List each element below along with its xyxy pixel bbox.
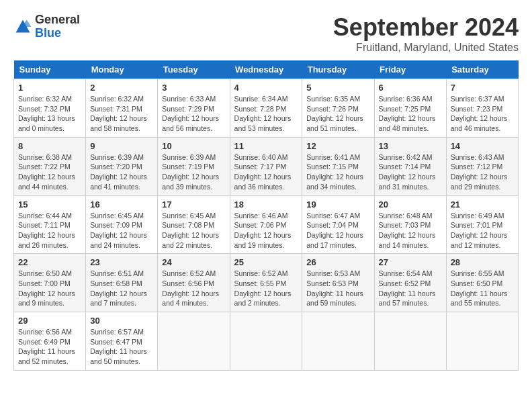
day-number: 6 bbox=[379, 83, 442, 93]
calendar-header-saturday: Saturday bbox=[446, 60, 518, 79]
day-number: 30 bbox=[90, 316, 153, 326]
day-number: 22 bbox=[18, 257, 81, 267]
calendar-cell bbox=[302, 312, 374, 371]
day-number: 9 bbox=[90, 141, 153, 151]
calendar-cell: 12Sunrise: 6:41 AM Sunset: 7:15 PM Dayli… bbox=[302, 137, 374, 195]
calendar-cell: 21Sunrise: 6:49 AM Sunset: 7:01 PM Dayli… bbox=[446, 195, 518, 254]
day-info: Sunrise: 6:52 AM Sunset: 6:55 PM Dayligh… bbox=[234, 269, 298, 308]
calendar-cell: 9Sunrise: 6:39 AM Sunset: 7:20 PM Daylig… bbox=[86, 137, 158, 195]
day-number: 7 bbox=[451, 83, 514, 93]
calendar-week-3: 15Sunrise: 6:44 AM Sunset: 7:11 PM Dayli… bbox=[14, 195, 519, 254]
day-number: 3 bbox=[162, 83, 225, 93]
day-info: Sunrise: 6:37 AM Sunset: 7:23 PM Dayligh… bbox=[451, 94, 514, 134]
calendar-cell: 4Sunrise: 6:34 AM Sunset: 7:28 PM Daylig… bbox=[230, 79, 302, 138]
day-info: Sunrise: 6:51 AM Sunset: 6:58 PM Dayligh… bbox=[90, 269, 153, 308]
calendar-cell bbox=[374, 312, 446, 371]
day-info: Sunrise: 6:44 AM Sunset: 7:11 PM Dayligh… bbox=[18, 211, 81, 250]
month-title: September 2024 bbox=[333, 13, 519, 42]
day-number: 23 bbox=[90, 257, 153, 267]
day-number: 5 bbox=[306, 83, 369, 93]
day-info: Sunrise: 6:45 AM Sunset: 7:09 PM Dayligh… bbox=[90, 211, 153, 250]
calendar-cell: 30Sunrise: 6:57 AM Sunset: 6:47 PM Dayli… bbox=[86, 312, 158, 371]
calendar-cell: 20Sunrise: 6:48 AM Sunset: 7:03 PM Dayli… bbox=[374, 195, 446, 254]
day-info: Sunrise: 6:45 AM Sunset: 7:08 PM Dayligh… bbox=[162, 211, 225, 250]
calendar-header-thursday: Thursday bbox=[302, 60, 374, 79]
day-info: Sunrise: 6:48 AM Sunset: 7:03 PM Dayligh… bbox=[379, 211, 442, 250]
calendar-cell: 11Sunrise: 6:40 AM Sunset: 7:17 PM Dayli… bbox=[230, 137, 302, 195]
calendar-cell: 2Sunrise: 6:32 AM Sunset: 7:31 PM Daylig… bbox=[86, 79, 158, 138]
day-number: 27 bbox=[379, 257, 442, 267]
day-number: 20 bbox=[379, 199, 442, 210]
day-number: 26 bbox=[306, 257, 369, 267]
day-info: Sunrise: 6:50 AM Sunset: 7:00 PM Dayligh… bbox=[18, 269, 81, 308]
logo: General Blue bbox=[13, 13, 80, 40]
calendar-cell: 24Sunrise: 6:52 AM Sunset: 6:56 PM Dayli… bbox=[158, 254, 230, 312]
location-title: Fruitland, Maryland, United States bbox=[333, 42, 519, 54]
day-info: Sunrise: 6:56 AM Sunset: 6:49 PM Dayligh… bbox=[18, 327, 81, 367]
day-info: Sunrise: 6:47 AM Sunset: 7:04 PM Dayligh… bbox=[306, 211, 369, 250]
day-number: 10 bbox=[162, 141, 225, 151]
calendar-header-friday: Friday bbox=[374, 60, 446, 79]
day-number: 12 bbox=[306, 141, 369, 151]
day-info: Sunrise: 6:36 AM Sunset: 7:25 PM Dayligh… bbox=[379, 94, 442, 134]
calendar-cell: 25Sunrise: 6:52 AM Sunset: 6:55 PM Dayli… bbox=[230, 254, 302, 312]
calendar-cell: 8Sunrise: 6:38 AM Sunset: 7:22 PM Daylig… bbox=[14, 137, 86, 195]
calendar-cell: 27Sunrise: 6:54 AM Sunset: 6:52 PM Dayli… bbox=[374, 254, 446, 312]
logo-blue: Blue bbox=[35, 26, 61, 40]
day-info: Sunrise: 6:34 AM Sunset: 7:28 PM Dayligh… bbox=[234, 94, 298, 134]
calendar-cell: 6Sunrise: 6:36 AM Sunset: 7:25 PM Daylig… bbox=[374, 79, 446, 138]
day-number: 24 bbox=[162, 257, 225, 267]
calendar-cell: 29Sunrise: 6:56 AM Sunset: 6:49 PM Dayli… bbox=[14, 312, 86, 371]
day-info: Sunrise: 6:49 AM Sunset: 7:01 PM Dayligh… bbox=[451, 211, 514, 250]
day-info: Sunrise: 6:32 AM Sunset: 7:32 PM Dayligh… bbox=[18, 94, 81, 134]
calendar-header-row: SundayMondayTuesdayWednesdayThursdayFrid… bbox=[14, 60, 519, 79]
calendar-cell: 23Sunrise: 6:51 AM Sunset: 6:58 PM Dayli… bbox=[86, 254, 158, 312]
logo-icon bbox=[13, 17, 32, 36]
title-section: September 2024 Fruitland, Maryland, Unit… bbox=[333, 13, 519, 54]
day-number: 19 bbox=[306, 199, 369, 210]
day-info: Sunrise: 6:42 AM Sunset: 7:14 PM Dayligh… bbox=[379, 152, 442, 192]
calendar-cell bbox=[446, 312, 518, 371]
day-info: Sunrise: 6:39 AM Sunset: 7:20 PM Dayligh… bbox=[90, 152, 153, 192]
day-number: 1 bbox=[18, 83, 81, 93]
calendar-cell: 1Sunrise: 6:32 AM Sunset: 7:32 PM Daylig… bbox=[14, 79, 86, 138]
day-number: 25 bbox=[234, 257, 298, 267]
day-info: Sunrise: 6:40 AM Sunset: 7:17 PM Dayligh… bbox=[234, 152, 298, 192]
day-number: 16 bbox=[90, 199, 153, 210]
calendar-cell bbox=[230, 312, 302, 371]
calendar-week-2: 8Sunrise: 6:38 AM Sunset: 7:22 PM Daylig… bbox=[14, 137, 519, 195]
day-number: 29 bbox=[18, 316, 81, 326]
day-number: 28 bbox=[451, 257, 514, 267]
calendar-week-4: 22Sunrise: 6:50 AM Sunset: 7:00 PM Dayli… bbox=[14, 254, 519, 312]
calendar-cell: 16Sunrise: 6:45 AM Sunset: 7:09 PM Dayli… bbox=[86, 195, 158, 254]
calendar-cell: 14Sunrise: 6:43 AM Sunset: 7:12 PM Dayli… bbox=[446, 137, 518, 195]
day-info: Sunrise: 6:38 AM Sunset: 7:22 PM Dayligh… bbox=[18, 152, 81, 192]
calendar-header-monday: Monday bbox=[86, 60, 158, 79]
day-number: 15 bbox=[18, 199, 81, 210]
calendar-week-1: 1Sunrise: 6:32 AM Sunset: 7:32 PM Daylig… bbox=[14, 79, 519, 138]
day-info: Sunrise: 6:54 AM Sunset: 6:52 PM Dayligh… bbox=[379, 269, 442, 308]
calendar-cell: 3Sunrise: 6:33 AM Sunset: 7:29 PM Daylig… bbox=[158, 79, 230, 138]
calendar-body: 1Sunrise: 6:32 AM Sunset: 7:32 PM Daylig… bbox=[14, 79, 519, 371]
page-header: General Blue September 2024 Fruitland, M… bbox=[13, 13, 519, 54]
day-info: Sunrise: 6:57 AM Sunset: 6:47 PM Dayligh… bbox=[90, 327, 153, 367]
calendar-cell bbox=[158, 312, 230, 371]
calendar-header-wednesday: Wednesday bbox=[230, 60, 302, 79]
day-number: 21 bbox=[451, 199, 514, 210]
calendar-table: SundayMondayTuesdayWednesdayThursdayFrid… bbox=[13, 60, 519, 371]
day-info: Sunrise: 6:41 AM Sunset: 7:15 PM Dayligh… bbox=[306, 152, 369, 192]
day-info: Sunrise: 6:53 AM Sunset: 6:53 PM Dayligh… bbox=[306, 269, 369, 308]
day-info: Sunrise: 6:32 AM Sunset: 7:31 PM Dayligh… bbox=[90, 94, 153, 134]
day-info: Sunrise: 6:35 AM Sunset: 7:26 PM Dayligh… bbox=[306, 94, 369, 134]
day-number: 4 bbox=[234, 83, 298, 93]
calendar-cell: 7Sunrise: 6:37 AM Sunset: 7:23 PM Daylig… bbox=[446, 79, 518, 138]
day-number: 2 bbox=[90, 83, 153, 93]
calendar-cell: 18Sunrise: 6:46 AM Sunset: 7:06 PM Dayli… bbox=[230, 195, 302, 254]
calendar-cell: 10Sunrise: 6:39 AM Sunset: 7:19 PM Dayli… bbox=[158, 137, 230, 195]
day-number: 17 bbox=[162, 199, 225, 210]
calendar-week-5: 29Sunrise: 6:56 AM Sunset: 6:49 PM Dayli… bbox=[14, 312, 519, 371]
calendar-cell: 22Sunrise: 6:50 AM Sunset: 7:00 PM Dayli… bbox=[14, 254, 86, 312]
logo-general: General bbox=[35, 13, 80, 26]
calendar-cell: 17Sunrise: 6:45 AM Sunset: 7:08 PM Dayli… bbox=[158, 195, 230, 254]
day-number: 18 bbox=[234, 199, 298, 210]
